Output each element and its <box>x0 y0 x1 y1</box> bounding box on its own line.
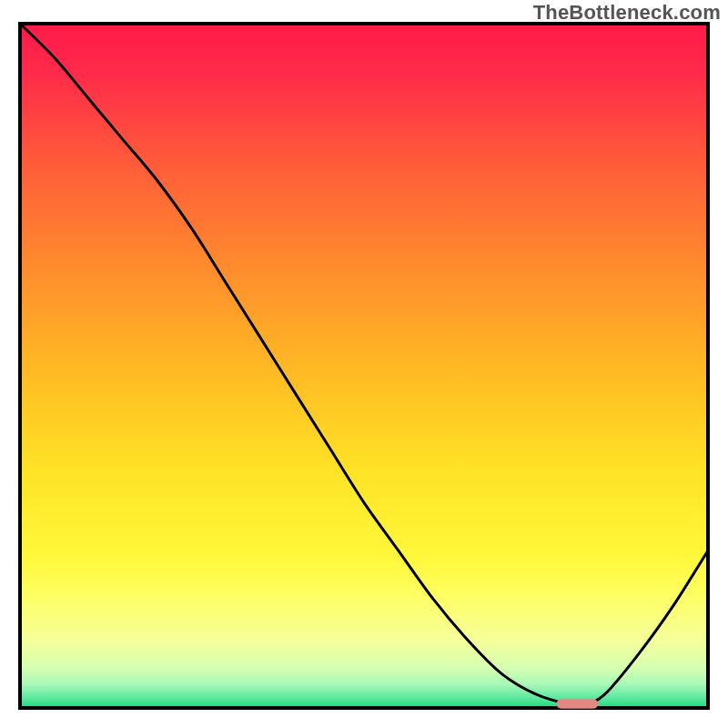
bottleneck-chart-svg <box>0 0 728 728</box>
chart-container: TheBottleneck.com <box>0 0 728 728</box>
optimal-marker <box>557 699 598 709</box>
plot-background <box>20 24 708 708</box>
plot-area <box>20 24 708 709</box>
watermark-text: TheBottleneck.com <box>533 1 721 25</box>
